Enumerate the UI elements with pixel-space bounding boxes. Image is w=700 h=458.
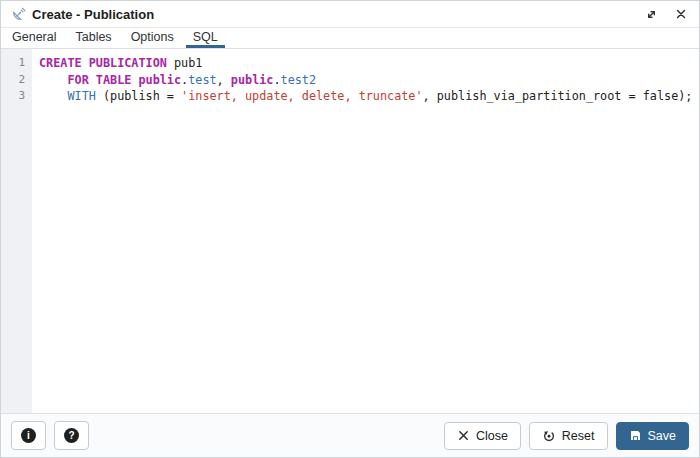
- dialog-tabbar: GeneralTablesOptionsSQL: [1, 28, 699, 49]
- code-line: WITH (publish = 'insert, update, delete,…: [39, 88, 695, 105]
- code-token-plain: [39, 73, 67, 87]
- help-icon: ?: [64, 428, 79, 443]
- tab-options[interactable]: Options: [124, 28, 181, 48]
- tab-sql[interactable]: SQL: [186, 28, 225, 48]
- reset-button[interactable]: Reset: [529, 422, 608, 450]
- close-window-button[interactable]: [673, 6, 689, 22]
- window-title: Create - Publication: [32, 7, 154, 22]
- line-number: 3: [1, 88, 32, 105]
- close-button[interactable]: Close: [444, 422, 521, 450]
- reset-icon: [542, 429, 556, 443]
- info-icon: i: [21, 428, 36, 443]
- close-icon: [675, 8, 687, 20]
- save-button[interactable]: Save: [616, 422, 690, 450]
- code-token-plain: (publish =: [96, 89, 181, 103]
- code-token-plain: [39, 89, 67, 103]
- code-token-identifier: WITH: [67, 89, 95, 103]
- line-number: 1: [1, 55, 32, 72]
- tab-tables[interactable]: Tables: [68, 28, 118, 48]
- code-line: FOR TABLE public.test, public.test2: [39, 72, 695, 89]
- code-token-identifier: test: [188, 73, 216, 87]
- code-token-keyword: public: [231, 73, 274, 87]
- sql-code-area: CREATE PUBLICATION pub1 FOR TABLE public…: [32, 49, 699, 413]
- code-token-plain: .: [273, 73, 280, 87]
- code-token-keyword: CREATE PUBLICATION: [39, 56, 167, 70]
- tab-general[interactable]: General: [5, 28, 63, 48]
- code-token-keyword: public: [138, 73, 181, 87]
- close-x-icon: [457, 429, 470, 442]
- footer: i ? Close: [1, 413, 699, 457]
- help-button[interactable]: ?: [54, 421, 89, 450]
- code-token-plain: ,: [217, 73, 231, 87]
- maximize-icon: [645, 8, 658, 21]
- create-publication-dialog: Create - Publication: [0, 0, 700, 458]
- code-token-plain: pub1: [167, 56, 203, 70]
- sql-info-button[interactable]: i: [11, 421, 46, 450]
- save-button-label: Save: [648, 429, 677, 443]
- sql-editor[interactable]: 123 CREATE PUBLICATION pub1 FOR TABLE pu…: [1, 49, 699, 413]
- save-floppy-icon: [629, 429, 642, 442]
- line-number-gutter: 123: [1, 49, 32, 413]
- maximize-button[interactable]: [643, 6, 660, 23]
- code-line: CREATE PUBLICATION pub1: [39, 55, 695, 72]
- code-token-keyword: FOR TABLE: [67, 73, 131, 87]
- code-token-plain: , publish_via_partition_root = false);: [423, 89, 693, 103]
- titlebar: Create - Publication: [1, 1, 699, 28]
- code-token-string: 'insert, update, delete, truncate': [181, 89, 422, 103]
- line-number: 2: [1, 72, 32, 89]
- code-token-identifier: test2: [281, 73, 317, 87]
- satellite-dish-icon: [11, 7, 26, 22]
- reset-button-label: Reset: [562, 429, 595, 443]
- close-button-label: Close: [476, 429, 508, 443]
